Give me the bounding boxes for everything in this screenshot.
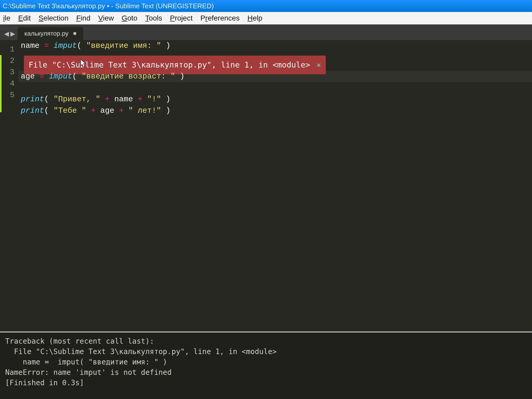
code-line[interactable]: print( "Тебе " + age + " лет!" ) [21, 105, 170, 116]
menu-item-find[interactable]: Find [76, 14, 90, 22]
menu-item-preferences[interactable]: Preferences [200, 14, 240, 22]
menu-item-edit[interactable]: Edit [18, 14, 31, 22]
dirty-indicator-icon [73, 32, 76, 35]
gutter: 12345 [0, 40, 18, 101]
close-icon[interactable]: ✕ [317, 59, 321, 71]
tab-label: калькулятор.py [24, 30, 69, 37]
tab-bar: ◀ ▶ калькулятор.py [0, 24, 532, 40]
code-line[interactable]: print( "Привет, " + name + "!" ) [21, 94, 170, 105]
line-number: 3 [0, 66, 15, 78]
code-line[interactable]: age = imput( "введитие возраст: " ) [21, 71, 184, 82]
nav-back-icon[interactable]: ◀ [4, 30, 9, 37]
menu-item-help[interactable]: Help [247, 14, 262, 22]
menu-item-ile[interactable]: ile [3, 14, 10, 22]
menu-item-tools[interactable]: Tools [145, 14, 162, 22]
code-line[interactable]: name = imput( "введитие имя: " ) [21, 40, 170, 51]
menu-item-selection[interactable]: Selection [38, 14, 68, 22]
title-bar: C:\Sublime Text 3\калькулятор.py • - Sub… [0, 0, 532, 12]
code-area[interactable]: File "C:\Sublime Text 3\калькулятор.py",… [18, 40, 532, 331]
nav-forward-icon[interactable]: ▶ [10, 30, 15, 37]
menu-item-project[interactable]: Project [170, 14, 192, 22]
modified-indicator [0, 55, 2, 112]
line-number: 5 [0, 89, 15, 101]
menu-item-goto[interactable]: Goto [122, 14, 137, 22]
tab-nav-arrows: ◀ ▶ [2, 30, 18, 40]
line-number: 1 [0, 44, 15, 55]
code-editor[interactable]: 12345 File "C:\Sublime Text 3\калькулято… [0, 40, 532, 331]
line-number: 2 [0, 55, 15, 66]
build-output-panel[interactable]: Traceback (most recent call last): File … [0, 331, 532, 399]
menu-bar: ileEditSelectionFindViewGotoToolsProject… [0, 12, 532, 24]
line-number: 4 [0, 78, 15, 89]
file-tab[interactable]: калькулятор.py [18, 27, 83, 40]
error-text: File "C:\Sublime Text 3\калькулятор.py",… [29, 59, 310, 71]
menu-item-view[interactable]: View [98, 14, 114, 22]
window-title: C:\Sublime Text 3\калькулятор.py • - Sub… [3, 2, 214, 10]
